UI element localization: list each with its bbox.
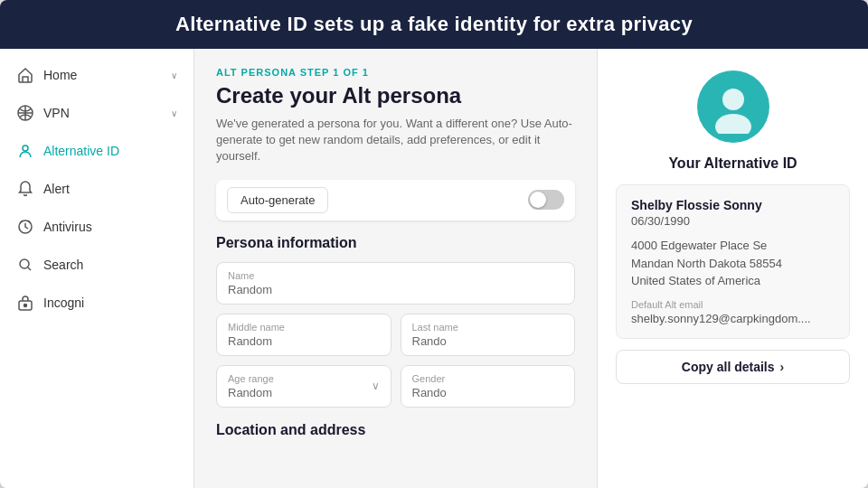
middle-name-label: Middle name — [228, 322, 380, 333]
form-subtitle: We've generated a persona for you. Want … — [216, 116, 575, 165]
copy-all-button[interactable]: Copy all details › — [616, 350, 850, 384]
gender-field[interactable]: Gender Rando — [401, 365, 576, 408]
toggle-track[interactable] — [528, 190, 564, 210]
svg-point-2 — [20, 259, 29, 268]
sidebar-item-antivirus-label: Antivirus — [43, 220, 177, 234]
sidebar-item-home-label: Home — [43, 68, 171, 82]
age-range-value: Random — [228, 386, 372, 399]
age-range-label: Age range — [228, 373, 372, 384]
sidebar-item-alert[interactable]: Alert — [0, 170, 193, 208]
sidebar-item-alternative-id[interactable]: Alternative ID — [0, 132, 193, 170]
id-dob: 06/30/1990 — [631, 214, 835, 228]
form-title: Create your Alt persona — [216, 83, 575, 108]
sidebar-item-antivirus[interactable]: Antivirus — [0, 208, 193, 246]
age-gender-row: Age range Random ∨ Gender Rando — [216, 365, 575, 417]
search-icon — [16, 256, 34, 274]
vpn-icon — [16, 104, 34, 122]
app-wrapper: Alternative ID sets up a fake identity f… — [0, 0, 868, 488]
id-email: shelby.sonny129@carpkingdom.... — [631, 312, 835, 325]
step-label: ALT PERSONA STEP 1 OF 1 — [216, 67, 575, 78]
sidebar-item-incogni[interactable]: Incogni — [0, 284, 193, 322]
svg-point-0 — [23, 145, 28, 151]
last-name-field[interactable]: Last name Rando — [401, 314, 576, 356]
sidebar: Home ∨ VPN ∨ — [0, 49, 194, 488]
sidebar-item-vpn[interactable]: VPN ∨ — [0, 94, 193, 132]
sidebar-item-home[interactable]: Home ∨ — [0, 56, 193, 94]
id-card: Shelby Flossie Sonny 06/30/1990 4000 Edg… — [616, 184, 850, 339]
id-address: 4000 Edgewater Place Se Mandan North Dak… — [631, 237, 835, 290]
toggle-switch[interactable] — [528, 190, 564, 210]
incogni-icon — [16, 294, 34, 312]
main-area: Home ∨ VPN ∨ — [0, 49, 868, 488]
copy-all-chevron-icon: › — [780, 360, 785, 374]
auto-generate-button[interactable]: Auto-generate — [227, 187, 328, 213]
location-section-title: Location and address — [216, 422, 575, 438]
name-field-label: Name — [228, 270, 563, 281]
last-name-label: Last name — [412, 322, 564, 333]
alt-id-panel-title: Your Alternative ID — [668, 155, 797, 172]
id-address-line1: 4000 Edgewater Place Se — [631, 239, 767, 252]
svg-point-6 — [715, 114, 751, 134]
age-range-field[interactable]: Age range Random ∨ — [216, 365, 392, 408]
id-email-label: Default Alt email — [631, 299, 835, 310]
name-row: Middle name Random Last name Rando — [216, 314, 575, 365]
right-panel: Your Alternative ID Shelby Flossie Sonny… — [597, 49, 868, 488]
id-address-line3: United States of America — [631, 274, 760, 287]
header-title: Alternative ID sets up a fake identity f… — [175, 13, 693, 35]
alert-icon — [16, 180, 34, 198]
header-banner: Alternative ID sets up a fake identity f… — [0, 0, 868, 49]
vpn-chevron-icon: ∨ — [171, 108, 177, 118]
form-panel: ALT PERSONA STEP 1 OF 1 Create your Alt … — [194, 49, 597, 488]
gender-label: Gender — [412, 373, 564, 384]
home-chevron-icon: ∨ — [171, 70, 177, 80]
id-name: Shelby Flossie Sonny — [631, 198, 835, 212]
svg-point-4 — [24, 305, 27, 307]
sidebar-item-incogni-label: Incogni — [43, 296, 177, 310]
sidebar-item-search-label: Search — [43, 258, 177, 272]
name-field-value: Random — [228, 283, 563, 296]
persona-section-title: Persona information — [216, 235, 575, 251]
sidebar-item-vpn-label: VPN — [43, 106, 171, 120]
toggle-thumb — [530, 192, 546, 208]
svg-point-5 — [722, 89, 744, 110]
avatar-svg — [706, 80, 760, 134]
age-range-chevron-icon: ∨ — [372, 380, 380, 392]
antivirus-icon — [16, 218, 34, 236]
content-area: ALT PERSONA STEP 1 OF 1 Create your Alt … — [194, 49, 868, 488]
copy-all-label: Copy all details — [682, 360, 775, 374]
auto-generate-row: Auto-generate — [216, 180, 575, 221]
alt-id-icon — [16, 142, 34, 160]
id-address-line2: Mandan North Dakota 58554 — [631, 257, 782, 270]
middle-name-value: Random — [228, 334, 380, 348]
home-icon — [16, 66, 34, 84]
sidebar-item-alert-label: Alert — [43, 182, 177, 196]
gender-value: Rando — [412, 386, 564, 399]
middle-name-field[interactable]: Middle name Random — [216, 314, 392, 356]
avatar — [697, 70, 769, 143]
last-name-value: Rando — [412, 334, 564, 348]
sidebar-item-search[interactable]: Search — [0, 246, 193, 284]
sidebar-item-alt-id-label: Alternative ID — [43, 144, 177, 158]
name-field[interactable]: Name Random — [216, 262, 575, 305]
